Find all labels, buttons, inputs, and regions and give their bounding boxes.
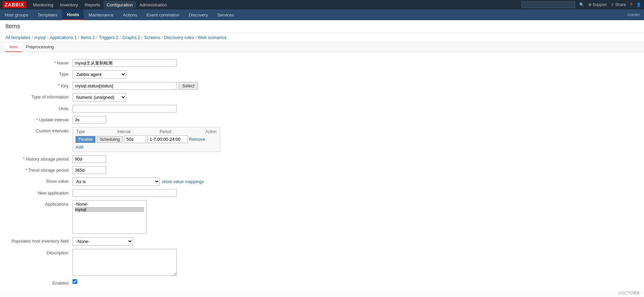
breadcrumb-discovery-rules[interactable]: Discovery rules xyxy=(164,35,194,40)
breadcrumb-mysql[interactable]: mysql xyxy=(34,35,46,40)
form-row-name: Name xyxy=(0,57,644,69)
select-button[interactable]: Select xyxy=(179,82,198,90)
label-key: Key xyxy=(5,82,73,88)
input-history[interactable] xyxy=(73,155,106,163)
control-show-value: As is show value mappings xyxy=(73,177,639,186)
nav-host-groups[interactable]: Host groups xyxy=(0,9,33,20)
select-inventory[interactable]: -None- xyxy=(73,237,133,246)
breadcrumb-graphs[interactable]: Graphs 2 xyxy=(122,35,140,40)
label-enabled: Enabled xyxy=(5,279,73,286)
control-update-interval xyxy=(73,116,639,124)
logo: ZABBIX xyxy=(3,1,26,8)
form-row-inventory: Populates host inventory field -None- xyxy=(0,236,644,247)
input-key[interactable] xyxy=(73,82,177,90)
remove-interval-link[interactable]: Remove xyxy=(189,137,205,142)
add-interval-link[interactable]: Add xyxy=(76,144,83,150)
textarea-description[interactable] xyxy=(73,249,177,276)
form-row-show-value: Show value As is show value mappings xyxy=(0,176,644,187)
top-menu-monitoring[interactable]: Monitoring xyxy=(30,1,57,9)
input-name[interactable] xyxy=(73,59,177,67)
top-menu-configuration[interactable]: Configuration xyxy=(103,1,136,9)
control-applications: -None- mysql xyxy=(73,200,639,234)
control-type-of-info: Numeric (unsigned) Numeric (float) Chara… xyxy=(73,93,639,101)
form-row-enabled: Enabled xyxy=(0,278,644,287)
input-update-interval[interactable] xyxy=(73,116,106,124)
label-inventory: Populates host inventory field xyxy=(5,237,73,244)
input-new-application[interactable] xyxy=(73,189,177,197)
label-history: History storage period xyxy=(5,155,73,162)
form-row-trend: Trend storage period xyxy=(0,165,644,176)
help-link[interactable]: ? xyxy=(630,2,632,7)
app-option-mysql[interactable]: mysql xyxy=(75,207,144,212)
tab-preprocessing[interactable]: Preprocessing xyxy=(22,42,58,52)
label-description: Description xyxy=(5,249,73,255)
select-show-value[interactable]: As is xyxy=(73,177,160,186)
input-trend[interactable] xyxy=(73,166,106,174)
select-type-of-info[interactable]: Numeric (unsigned) Numeric (float) Chara… xyxy=(73,93,126,101)
master-label: master xyxy=(628,12,644,17)
nav-templates[interactable]: Templates xyxy=(33,9,62,20)
breadcrumb-items[interactable]: Items 2 xyxy=(81,35,95,40)
breadcrumb-all-templates[interactable]: All templates xyxy=(5,35,30,40)
breadcrumb-triggers[interactable]: Triggers 2 xyxy=(99,35,118,40)
form-row-key: Key Select xyxy=(0,80,644,91)
select-applications[interactable]: -None- mysql xyxy=(73,200,146,234)
page-title-bar: Items xyxy=(0,20,644,33)
user-icon[interactable]: 👤 xyxy=(636,2,641,7)
label-type-of-info: Type of information xyxy=(5,93,73,99)
form-row-custom-intervals: Custom intervals Type Interval Period Ac… xyxy=(0,125,644,154)
nav-services[interactable]: Services xyxy=(213,9,239,20)
input-interval[interactable] xyxy=(124,135,146,143)
support-link[interactable]: ⊕ Support xyxy=(588,2,607,7)
breadcrumb-screens[interactable]: Screens xyxy=(144,35,160,40)
breadcrumb-web-scenarios[interactable]: Web scenarios xyxy=(198,35,227,40)
label-custom-intervals: Custom intervals xyxy=(5,127,73,133)
btn-scheduling[interactable]: Scheduling xyxy=(97,136,123,143)
search-icon[interactable]: 🔍 xyxy=(579,2,584,7)
search-input[interactable] xyxy=(521,1,575,8)
header-interval: Interval xyxy=(117,129,133,134)
checkbox-enabled[interactable] xyxy=(73,279,77,284)
input-units[interactable] xyxy=(73,105,177,113)
nav-hosts[interactable]: Hosts xyxy=(62,9,84,20)
control-inventory: -None- xyxy=(73,237,639,246)
tabs: Item Preprocessing xyxy=(0,42,644,52)
add-interval-row: Add xyxy=(76,144,217,150)
top-right-area: 🔍 ⊕ Support ⇧ Share ? 👤 xyxy=(521,1,641,8)
top-menu-inventory[interactable]: Inventory xyxy=(57,1,81,9)
control-new-application xyxy=(73,189,639,197)
header-action: Action xyxy=(205,129,217,134)
select-type[interactable]: Zabbix agent xyxy=(73,70,126,79)
label-name: Name xyxy=(5,59,73,66)
intervals-box: Type Interval Period Action Flexible Sch… xyxy=(73,127,220,152)
nav-discovery[interactable]: Discovery xyxy=(184,9,213,20)
label-type: Type xyxy=(5,70,73,77)
control-type: Zabbix agent xyxy=(73,70,639,79)
intervals-header: Type Interval Period Action xyxy=(76,129,217,134)
nav-maintenance[interactable]: Maintenance xyxy=(84,9,118,20)
top-menu-administration[interactable]: Administration xyxy=(136,1,170,9)
bottom-buttons: Update Clone Delete Cancel xyxy=(0,293,644,297)
label-update-interval: Update interval xyxy=(5,116,73,122)
share-link[interactable]: ⇧ Share xyxy=(611,2,626,7)
app-option-none[interactable]: -None- xyxy=(75,202,144,207)
control-name xyxy=(73,59,639,67)
control-history xyxy=(73,155,639,163)
input-period[interactable] xyxy=(147,135,188,143)
show-value-mappings-link[interactable]: show value mappings xyxy=(162,179,204,184)
form-row-description: Description xyxy=(0,247,644,278)
nav-event-correlation[interactable]: Event correlation xyxy=(142,9,184,20)
tab-item[interactable]: Item xyxy=(5,42,22,52)
form-row-type-of-info: Type of information Numeric (unsigned) N… xyxy=(0,91,644,103)
form-row-new-application: New application xyxy=(0,187,644,199)
top-navigation: ZABBIX Monitoring Inventory Reports Conf… xyxy=(0,0,644,9)
footer: ©51CTO博客 xyxy=(614,289,644,297)
form-row-history: History storage period xyxy=(0,154,644,165)
breadcrumb: All templates / mysql / Applications 1 /… xyxy=(0,33,644,42)
top-menu-reports[interactable]: Reports xyxy=(81,1,103,9)
label-new-application: New application xyxy=(5,189,73,196)
btn-flexible[interactable]: Flexible xyxy=(76,136,95,143)
form-row-update-interval: Update interval xyxy=(0,114,644,125)
nav-actions[interactable]: Actions xyxy=(118,9,142,20)
breadcrumb-applications[interactable]: Applications 1 xyxy=(50,35,77,40)
